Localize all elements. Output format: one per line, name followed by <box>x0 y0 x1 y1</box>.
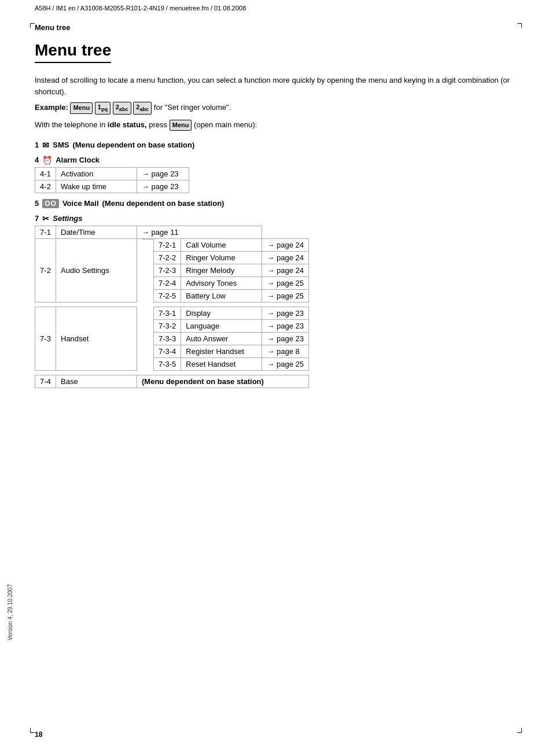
row-7-3-4-num: 7-3-4 <box>154 345 181 357</box>
settings-icon: ✂ <box>42 214 49 223</box>
row-7-3-2-label: Language <box>181 319 262 332</box>
row-7-2-4-page: → page 25 <box>262 276 309 289</box>
spacer-row <box>35 370 309 375</box>
row-7-3-3-num: 7-3-3 <box>154 332 181 345</box>
sms-dependency: (Menu dependent on base station) <box>72 141 194 149</box>
row-7-3-4-page: → page 8 <box>262 345 309 357</box>
row-7-3-5-page: → page 25 <box>262 357 309 370</box>
menu-num-4: 4 <box>35 156 39 164</box>
row-7-2-1-page: → page 24 <box>262 238 309 251</box>
row-7-3-3-page: → page 23 <box>262 332 309 345</box>
menu-heading-alarm: 4 ⏰ Alarm Clock <box>35 156 517 165</box>
connector-7-3-5 <box>137 357 154 370</box>
table-row-7-3: 7-3 Handset 7-3-1 Display → page 23 <box>35 307 309 319</box>
table-row-7-4: 7-4 Base (Menu dependent on base station… <box>35 375 309 388</box>
header-breadcrumb: A58H / IM1 en / A31008-M2055-R101-2-4N19… <box>35 5 246 12</box>
page-title: Menu tree <box>35 41 111 63</box>
row-7-2-3-page: → page 24 <box>262 264 309 276</box>
table-row-7-1: 7-1 Date/Time → page 11 <box>35 226 309 238</box>
sms-icon: ✉ <box>42 141 49 150</box>
row-7-1-arrow: → page 11 <box>137 226 262 238</box>
connector-7-3-4 <box>137 345 154 357</box>
connector-7-2 <box>137 238 154 251</box>
spacer <box>35 370 309 375</box>
example-label: Example: <box>35 103 68 112</box>
row-7-2-5-label: Battery Low <box>181 289 262 302</box>
row-7-2-5-page: → page 25 <box>262 289 309 302</box>
row-7-3-2-page: → page 23 <box>262 319 309 332</box>
key-menu: Menu <box>70 102 93 114</box>
spacer-row <box>35 302 309 307</box>
section-label: Menu tree <box>35 23 517 32</box>
row-7-2-2-num: 7-2-2 <box>154 251 181 264</box>
settings-label: Settings <box>53 214 82 223</box>
spacer <box>35 302 309 307</box>
row-7-2-3-num: 7-2-3 <box>154 264 181 276</box>
voicemail-label: Voice Mail <box>62 199 99 208</box>
connector-7-3-1 <box>137 307 154 319</box>
row-7-2-5-num: 7-2-5 <box>154 289 181 302</box>
row-7-2-2-label: Ringer Volume <box>181 251 262 264</box>
sms-label: SMS <box>53 141 69 149</box>
menu-heading-settings: 7 ✂ Settings <box>35 214 517 223</box>
connector-7-2-5 <box>137 289 154 302</box>
idle-prefix: With the telephone in <box>35 120 105 129</box>
connector-7-3-3 <box>137 332 154 345</box>
idle-suffix: (open main menu): <box>194 120 257 129</box>
row-7-2-3-label: Ringer Melody <box>181 264 262 276</box>
row-7-3-num: 7-3 <box>35 307 56 370</box>
table-row: 4-1 Activation → page 23 <box>35 167 189 180</box>
row-7-2-1-num: 7-2-1 <box>154 238 181 251</box>
connector-7-2-4 <box>137 276 154 289</box>
key-2a: 2abc <box>113 102 131 115</box>
page-header: A58H / IM1 en / A31008-M2055-R101-2-4N19… <box>0 0 552 12</box>
idle-bold: idle status, <box>108 120 147 129</box>
menu-section-settings: 7 ✂ Settings 7-1 Date/Time → page 11 7-2… <box>35 214 517 388</box>
voicemail-dependency: (Menu dependent on base station) <box>102 199 225 208</box>
alarm-row-2-label: Wake up time <box>56 180 137 193</box>
key-menu-idle: Menu <box>170 120 192 131</box>
menu-heading-voicemail: 5 OO Voice Mail (Menu dependent on base … <box>35 199 517 208</box>
menu-num-5: 5 <box>35 199 39 208</box>
row-7-3-4-label: Register Handset <box>181 345 262 357</box>
row-7-4-label: Base <box>56 375 137 388</box>
key-1: 1pq <box>95 102 111 115</box>
row-7-3-1-num: 7-3-1 <box>154 307 181 319</box>
idle-line: With the telephone in idle status, press… <box>35 119 517 131</box>
key-2b: 2abc <box>133 102 152 115</box>
row-7-2-2-page: → page 24 <box>262 251 309 264</box>
alarm-row-1-num: 4-1 <box>35 167 56 180</box>
alarm-row-2-num: 4-2 <box>35 180 56 193</box>
menu-section-alarm: 4 ⏰ Alarm Clock 4-1 Activation → page 23… <box>35 156 517 193</box>
row-7-3-1-label: Display <box>181 307 262 319</box>
table-row-7-2: 7-2 Audio Settings 7-2-1 Call Volume → p… <box>35 238 309 251</box>
alarm-row-2-arrow: → page 23 <box>137 180 189 193</box>
settings-table: 7-1 Date/Time → page 11 7-2 Audio Settin… <box>35 226 309 388</box>
menu-heading-sms: 1 ✉ SMS (Menu dependent on base station) <box>35 141 517 150</box>
alarm-row-1-arrow: → page 23 <box>137 167 189 180</box>
alarm-table: 4-1 Activation → page 23 4-2 Wake up tim… <box>35 167 189 193</box>
row-7-2-4-num: 7-2-4 <box>154 276 181 289</box>
connector-7-2-3 <box>137 264 154 276</box>
page-number: 18 <box>35 731 42 739</box>
example-line: Example: Menu 1pq 2abc 2abc for "Set rin… <box>35 102 517 115</box>
idle-middle: press <box>149 120 169 129</box>
menu-section-sms: 1 ✉ SMS (Menu dependent on base station) <box>35 141 517 150</box>
row-7-1-num: 7-1 <box>35 226 56 238</box>
connector-7-2-2 <box>137 251 154 264</box>
row-7-4-num: 7-4 <box>35 375 56 388</box>
row-7-2-label: Audio Settings <box>56 238 137 302</box>
table-row: 4-2 Wake up time → page 23 <box>35 180 189 193</box>
voicemail-icon: OO <box>42 199 59 208</box>
row-7-2-num: 7-2 <box>35 238 56 302</box>
row-7-1-label: Date/Time <box>56 226 137 238</box>
connector-7-3-2 <box>137 319 154 332</box>
row-7-3-5-label: Reset Handset <box>181 357 262 370</box>
row-7-3-5-num: 7-3-5 <box>154 357 181 370</box>
menu-num-1: 1 <box>35 141 39 149</box>
row-7-2-4-label: Advisory Tones <box>181 276 262 289</box>
row-7-3-2-num: 7-3-2 <box>154 319 181 332</box>
alarm-label: Alarm Clock <box>56 156 100 164</box>
version-label: Version 4, 29.10.2007 <box>7 584 13 640</box>
row-7-3-3-label: Auto Answer <box>181 332 262 345</box>
